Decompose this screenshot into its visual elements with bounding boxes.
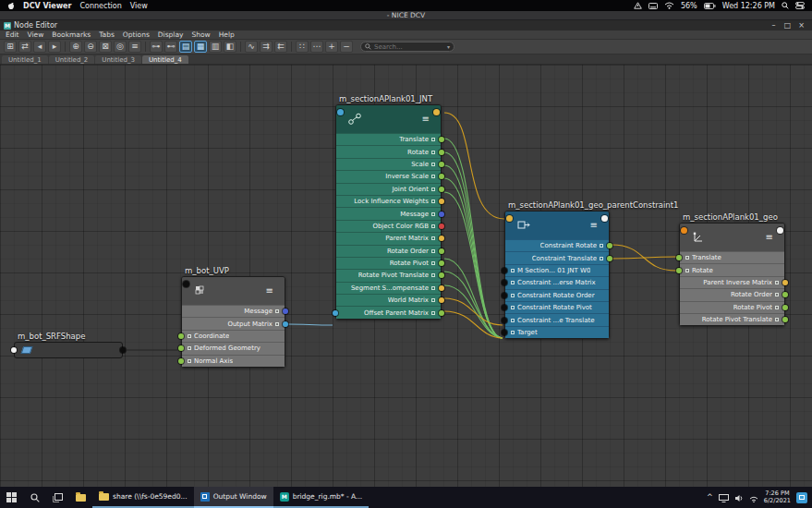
node-srfshape[interactable]: m_bot_SRFShape	[14, 342, 123, 358]
header-port-left[interactable]	[183, 281, 189, 287]
dcv-titlebar[interactable]: - NICE DCV	[0, 11, 812, 20]
input-port[interactable]	[502, 318, 507, 323]
node-row[interactable]: Constraint Rotate Pivot	[505, 301, 609, 313]
macos-menu-connection[interactable]: Connection	[79, 2, 121, 10]
output-port[interactable]	[439, 174, 444, 179]
volume-icon[interactable]	[734, 489, 744, 506]
input-port[interactable]	[502, 330, 507, 335]
menu-view[interactable]: View	[28, 30, 44, 39]
wifi-icon[interactable]	[664, 2, 674, 9]
input-port[interactable]	[178, 358, 184, 364]
node-row[interactable]: Deformed Geometry	[182, 342, 285, 354]
control-center-icon[interactable]	[795, 2, 805, 9]
tab-untitled-4[interactable]: Untitled_4	[142, 55, 188, 64]
search-input[interactable]	[374, 43, 439, 51]
taskbar-clock[interactable]: 7:26 PM 6/2/2021	[764, 490, 791, 504]
menu-options[interactable]: Options	[123, 30, 150, 39]
node-jnt[interactable]: m_sectionAPlank01_JNT ≡ Translate Rotate…	[335, 104, 442, 320]
display-icon[interactable]	[719, 489, 729, 506]
input-port[interactable]	[502, 305, 507, 310]
menu-edit[interactable]: Edit	[6, 30, 19, 39]
output-port[interactable]	[439, 285, 444, 291]
clear-graph-icon[interactable]: ⊠	[99, 41, 112, 53]
node-row[interactable]: Translate	[336, 133, 441, 145]
output-port[interactable]	[439, 187, 444, 192]
layout-graph-icon[interactable]: ≡	[128, 41, 141, 53]
output-port[interactable]	[283, 308, 288, 314]
display-connected-mode-icon[interactable]: ▥	[209, 41, 222, 53]
input-port[interactable]	[676, 255, 682, 260]
node-row[interactable]: Joint Orient	[336, 183, 441, 195]
input-port[interactable]	[178, 345, 184, 351]
header-port-left[interactable]	[337, 109, 344, 115]
node-editor-titlebar[interactable]: M Node Editor – □ ×	[0, 20, 812, 30]
header-port-left[interactable]	[681, 227, 687, 234]
node-row[interactable]: Parent Inverse Matrix	[680, 276, 784, 288]
node-row[interactable]: Rotate Order	[336, 245, 441, 257]
output-port[interactable]	[782, 305, 788, 310]
node-row[interactable]: Constraint ...e Translate	[505, 313, 609, 325]
node-row[interactable]: Rotate Pivot	[680, 301, 784, 313]
node-header[interactable]: ≡	[680, 224, 784, 251]
network-icon[interactable]	[749, 489, 758, 506]
taskbar-app-output-window[interactable]: Output Window	[194, 487, 273, 508]
output-port[interactable]	[439, 162, 444, 167]
node-graph-canvas[interactable]: m_sectionAPlank01_JNT ≡ Translate Rotate…	[0, 65, 812, 487]
taskbar-app-maya[interactable]: M bridge_rig.mb* - A...	[273, 487, 370, 508]
node-row[interactable]: Normal Axis	[182, 355, 285, 367]
macos-menu-view[interactable]: View	[130, 2, 148, 10]
node-geo[interactable]: m_sectionAPlank01_geo ≡ Translate Rotate…	[679, 223, 785, 326]
zoom-in-icon[interactable]: +	[325, 41, 338, 53]
node-row[interactable]: Rotate Pivot Translate	[336, 269, 441, 281]
output-port[interactable]	[782, 280, 788, 285]
node-row[interactable]: Rotate Pivot	[336, 257, 441, 269]
node-row[interactable]: M Section... 01 JNT W0	[505, 264, 609, 276]
node-header[interactable]: ≡	[182, 277, 285, 305]
output-port[interactable]	[120, 347, 126, 353]
output-port[interactable]	[439, 212, 444, 217]
output-port[interactable]	[439, 199, 444, 204]
node-row[interactable]: Segment S...ompensate	[336, 282, 441, 294]
add-node-icon[interactable]: ⊞	[4, 41, 17, 53]
node-menu-icon[interactable]: ≡	[422, 115, 430, 124]
forward-icon[interactable]: ▸	[48, 41, 61, 53]
header-port-right[interactable]	[777, 227, 783, 234]
tab-untitled-3[interactable]: Untitled_3	[95, 55, 141, 64]
node-row[interactable]: Message	[182, 305, 285, 317]
menu-bookmarks[interactable]: Bookmarks	[52, 30, 91, 39]
align-vertical-icon[interactable]: ⊷	[164, 41, 177, 53]
display-simple-mode-icon[interactable]: ▤	[179, 41, 192, 53]
output-port[interactable]	[439, 272, 444, 278]
node-row[interactable]: Constraint ...erse Matrix	[505, 276, 609, 288]
spotlight-search-icon[interactable]	[782, 2, 789, 9]
output-port[interactable]	[439, 236, 444, 241]
node-row[interactable]: Constraint Translate	[505, 251, 609, 263]
menu-show[interactable]: Show	[191, 30, 210, 39]
node-menu-icon[interactable]: ≡	[590, 221, 598, 230]
node-parent-constraint[interactable]: m_sectionAPlank01_geo_parentConstraint1 …	[504, 211, 610, 339]
display-custom-mode-icon[interactable]: ◧	[224, 41, 236, 53]
output-port[interactable]	[439, 137, 444, 142]
output-port[interactable]	[439, 310, 444, 316]
menu-tabs[interactable]: Tabs	[99, 30, 115, 39]
node-row[interactable]: Lock Influence Weights	[336, 195, 441, 207]
node-row[interactable]: Scale	[336, 158, 441, 170]
grid-toggle-icon[interactable]: ⋯	[310, 41, 323, 53]
align-horizontal-icon[interactable]: ⊶	[150, 41, 163, 53]
close-button[interactable]: ×	[794, 21, 808, 30]
node-uvp[interactable]: m_bot_UVP ≡ Message Output Matrix Coordi…	[181, 276, 285, 368]
input-port[interactable]	[11, 347, 17, 353]
node-row[interactable]: Target	[505, 326, 609, 338]
node-row[interactable]: Offset Parent Matrix	[336, 306, 441, 318]
node-row[interactable]: Object Color RGB	[336, 220, 441, 232]
apple-icon[interactable]	[7, 2, 15, 10]
node-row[interactable]: Inverse Scale	[336, 170, 441, 182]
node-row[interactable]: Constraint Rotate	[505, 239, 609, 251]
node-row[interactable]: Rotate Order	[680, 288, 784, 300]
menubar-clock[interactable]: Wed 12:26 PM	[722, 2, 775, 10]
pin-icon[interactable]: ◎	[114, 41, 127, 53]
header-port-right[interactable]	[433, 109, 440, 115]
node-row[interactable]: World Matrix	[336, 294, 441, 306]
node-row[interactable]: Coordinate	[182, 330, 285, 342]
output-port[interactable]	[283, 321, 288, 327]
